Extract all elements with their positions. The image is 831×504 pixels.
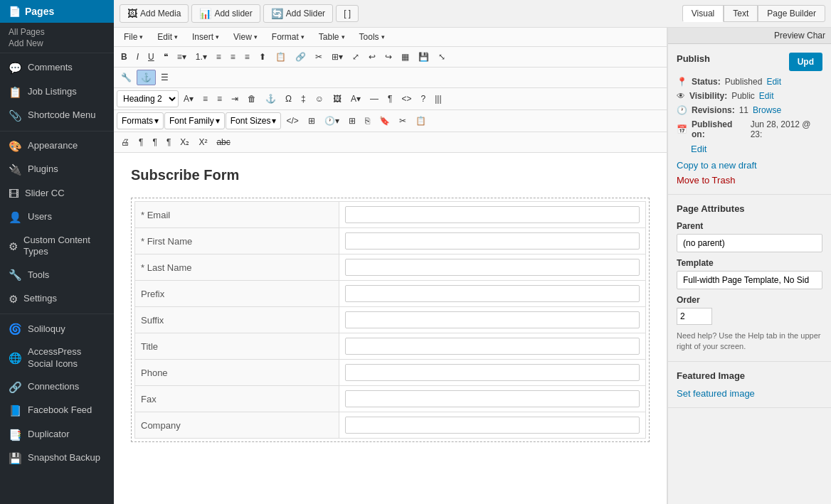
form-field-input[interactable] (345, 259, 640, 276)
delete-table-btn[interactable]: 🗑 (243, 91, 260, 107)
form-field-input[interactable] (345, 206, 640, 223)
published-on-edit-link[interactable]: Edit (691, 144, 706, 154)
bookmark-btn[interactable]: 🔖 (375, 113, 394, 129)
sidebar-item-custom-content-types[interactable]: ⚙ Custom Content Types (0, 230, 114, 264)
add-new-link[interactable]: Add New (9, 38, 105, 48)
blockquote-button[interactable]: ❝ (159, 49, 172, 65)
subscript-button[interactable]: X₂ (176, 134, 194, 150)
clock-btn[interactable]: 🕐▾ (320, 113, 344, 129)
print-button[interactable]: 🖨 (117, 134, 134, 150)
parent-input[interactable] (677, 234, 822, 252)
bracket-button[interactable]: [ ] (336, 5, 359, 22)
strikethrough-button[interactable]: abc (212, 134, 234, 150)
sidebar-item-slider-cc[interactable]: 🎞 Slider CC (0, 182, 114, 206)
textdir-button[interactable]: ¶ (383, 91, 396, 107)
tab-visual[interactable]: Visual (682, 5, 724, 22)
sidebar-item-plugins[interactable]: 🔌 Plugins (0, 158, 114, 182)
table-insert-button[interactable]: ⊞▾ (327, 49, 347, 65)
add-slider-button[interactable]: 📊 Add slider (191, 4, 260, 23)
anchor-button[interactable]: ⚓ (137, 70, 156, 85)
bold-button[interactable]: B (117, 49, 132, 65)
sidebar-item-soliloquy[interactable]: 🌀 Soliloquy (0, 317, 114, 341)
anchor2-button[interactable]: ⚓ (261, 91, 280, 107)
bars-button[interactable]: ||| (430, 91, 445, 107)
menu-tools[interactable]: Tools ▾ (352, 29, 392, 45)
indent-btn[interactable]: ⇥ (227, 91, 243, 107)
tab-page-builder[interactable]: Page Builder (758, 5, 825, 22)
undo-button[interactable]: ↩ (364, 49, 380, 65)
font-sizes-dropdown[interactable]: Font Sizes ▾ (226, 112, 282, 129)
form-field-input[interactable] (345, 311, 640, 328)
image-button[interactable]: 🖼 (329, 91, 346, 107)
revisions-browse-link[interactable]: Browse (753, 105, 781, 115)
sidebar-item-accesspress[interactable]: 🌐 AccessPress Social Icons (0, 341, 114, 375)
menu-insert[interactable]: Insert ▾ (185, 29, 226, 45)
align-left-btn2[interactable]: ≡ (199, 91, 212, 107)
all-pages-link[interactable]: All Pages (9, 27, 105, 37)
unlink-button[interactable]: ✂ (311, 49, 327, 65)
bullet-list-button[interactable]: ≡▾ (173, 49, 191, 65)
menu-table[interactable]: Table ▾ (312, 29, 352, 45)
cite-button[interactable]: ‡ (297, 91, 310, 107)
underline-button[interactable]: U (144, 49, 159, 65)
menu-view[interactable]: View ▾ (226, 29, 265, 45)
expand-button[interactable]: ⤡ (434, 49, 450, 65)
sidebar-item-comments[interactable]: 💬 Comments (0, 56, 114, 80)
heading-select[interactable]: Heading 2 Heading 1 Heading 3 Paragraph (117, 90, 179, 107)
sidebar-header[interactable]: 📄 Pages (0, 0, 114, 23)
copy-paste-button[interactable]: 📋 (271, 49, 290, 65)
align-right-button[interactable]: ≡ (240, 49, 254, 65)
superscript-button[interactable]: X² (194, 134, 211, 150)
numbered-list-button[interactable]: 1.▾ (191, 49, 211, 65)
align-right-btn2[interactable]: ≡ (213, 91, 226, 107)
save-button[interactable]: 💾 (414, 49, 433, 65)
paste-btn[interactable]: 📋 (411, 113, 430, 129)
italic-button[interactable]: I (132, 49, 143, 65)
visibility-edit-link[interactable]: Edit (759, 91, 774, 101)
sidebar-item-connections[interactable]: 🔗 Connections (0, 375, 114, 400)
special-btn[interactable]: ▦ (397, 49, 413, 65)
form-field-input[interactable] (345, 232, 640, 250)
align-justify-button[interactable]: ☰ (157, 70, 173, 85)
form-field-input[interactable] (345, 364, 640, 381)
order-input[interactable] (677, 308, 712, 325)
copy-btn[interactable]: ⎘ (361, 113, 374, 129)
upload-button[interactable]: ⬆ (255, 49, 270, 65)
menu-edit[interactable]: Edit ▾ (150, 29, 185, 45)
form-field-input[interactable] (345, 417, 640, 434)
copy-to-draft-link[interactable]: Copy to a new draft (677, 160, 757, 171)
template-btn[interactable]: ⊞ (304, 113, 319, 129)
sidebar-item-tools[interactable]: 🔧 Tools (0, 263, 114, 287)
align-left-button[interactable]: ≡ (212, 49, 226, 65)
formats-dropdown[interactable]: Formats ▾ (117, 112, 164, 129)
table2-btn[interactable]: ⊞ (344, 113, 360, 129)
sidebar-item-appearance[interactable]: 🎨 Appearance (0, 134, 114, 159)
font-family-dropdown[interactable]: Font Family ▾ (164, 112, 225, 129)
add-media-button[interactable]: 🖼 Add Media (120, 4, 189, 23)
link-button[interactable]: 🔗 (291, 49, 310, 65)
code-button[interactable]: <> (397, 91, 416, 107)
menu-file[interactable]: File ▾ (117, 29, 150, 45)
cut-btn[interactable]: ✂ (395, 113, 411, 129)
set-featured-image-link[interactable]: Set featured image (677, 388, 755, 399)
add-slider2-button[interactable]: 🔄 Add Slider (263, 4, 333, 23)
code-btn2[interactable]: </> (282, 113, 302, 129)
hr-button[interactable]: — (366, 91, 383, 107)
move-to-trash-link[interactable]: Move to Trash (677, 175, 735, 186)
sidebar-item-facebook-feed[interactable]: 📘 Facebook Feed (0, 399, 114, 423)
rtl-button[interactable]: ¶ (148, 134, 161, 150)
wrench-button[interactable]: 🔧 (117, 70, 136, 85)
status-edit-link[interactable]: Edit (766, 77, 781, 87)
ltr-button[interactable]: ¶ (134, 134, 147, 150)
text-color-button[interactable]: A▾ (346, 91, 365, 107)
sidebar-item-users[interactable]: 👤 Users (0, 205, 114, 230)
sidebar-item-shortcode-menu[interactable]: 📎 Shortcode Menu (0, 104, 114, 128)
template-input[interactable] (677, 271, 822, 289)
sidebar-item-settings[interactable]: ⚙ Settings (0, 287, 114, 311)
help-button[interactable]: ? (416, 91, 430, 107)
sidebar-item-duplicator[interactable]: 📑 Duplicator (0, 423, 114, 447)
ltr2-button[interactable]: ¶ (162, 134, 175, 150)
redo-button[interactable]: ↪ (381, 49, 396, 65)
omega-button[interactable]: Ω (281, 91, 296, 107)
form-field-input[interactable] (345, 338, 640, 355)
